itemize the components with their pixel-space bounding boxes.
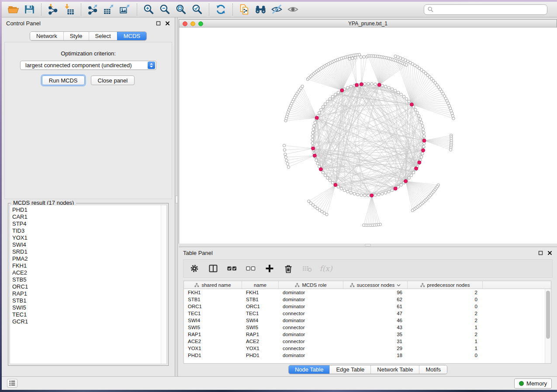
- float-panel-button[interactable]: [156, 21, 161, 26]
- export-image-button[interactable]: [118, 3, 132, 16]
- table-row[interactable]: SWI4SWI4dominator462: [184, 317, 545, 324]
- zoom-fit-button[interactable]: [174, 3, 188, 16]
- refresh-view-button[interactable]: [214, 3, 228, 16]
- table-row[interactable]: FKH1FKH1dominator962: [184, 289, 545, 296]
- mcds-result-item[interactable]: STB5: [12, 276, 160, 283]
- column-header-name[interactable]: name: [242, 281, 279, 289]
- cytoscape-app: Control Panel NetworkStyleSelectMCDS Opt…: [0, 0, 557, 392]
- window-close-button[interactable]: [183, 21, 187, 26]
- selected-option: largest connected component (undirected): [21, 62, 148, 69]
- cell: dominator: [279, 353, 343, 358]
- table-row[interactable]: TEC1TEC1connector472: [184, 310, 545, 317]
- show-all-button[interactable]: [286, 3, 300, 16]
- mcds-result-item[interactable]: ACE2: [12, 269, 160, 276]
- table-row[interactable]: STB1STB1dominator620: [184, 296, 545, 303]
- tab-edge-table[interactable]: Edge Table: [329, 365, 370, 374]
- tab-motifs[interactable]: Motifs: [419, 365, 447, 374]
- mcds-result-item[interactable]: RAP1: [12, 290, 160, 297]
- table-settings-button[interactable]: [189, 263, 200, 274]
- mcds-result-item[interactable]: STB1: [12, 297, 160, 304]
- import-network-button[interactable]: [46, 3, 60, 16]
- mcds-result-item[interactable]: CAR1: [12, 213, 160, 220]
- cell: PHD1: [184, 353, 242, 358]
- zoom-in-button[interactable]: [142, 3, 156, 16]
- memory-status-icon: [519, 381, 524, 386]
- mcds-result-item[interactable]: SWI4: [12, 241, 160, 248]
- close-table-panel-button[interactable]: [547, 250, 553, 256]
- cell: ORC1: [184, 304, 242, 309]
- zoom-out-button[interactable]: [158, 3, 172, 16]
- control-panel-tabs: NetworkStyleSelectMCDS: [2, 31, 175, 41]
- mcds-result-item[interactable]: ORC1: [12, 283, 160, 290]
- horizontal-splitter-handle[interactable]: [365, 244, 371, 246]
- table-row[interactable]: SWI5SWI5connector431: [184, 324, 545, 331]
- panel-list-button[interactable]: [7, 379, 17, 388]
- import-table-button[interactable]: [62, 3, 76, 16]
- mcds-result-item[interactable]: STP4: [12, 220, 160, 227]
- close-panel-button[interactable]: [165, 21, 170, 26]
- tab-style[interactable]: Style: [63, 32, 89, 40]
- cell: FKH1: [184, 290, 242, 295]
- save-session-icon: [24, 3, 35, 15]
- table-row[interactable]: RAP1RAP1dominator352: [184, 331, 545, 338]
- save-session-button[interactable]: [23, 3, 36, 16]
- add-column-button[interactable]: [264, 263, 275, 274]
- close-panel-button-2[interactable]: Close panel: [91, 76, 135, 85]
- optimization-criterion-select[interactable]: largest connected component (undirected): [20, 61, 156, 70]
- column-header-mcds-role[interactable]: MCDS role: [279, 281, 343, 289]
- export-table-button[interactable]: [102, 3, 116, 16]
- zoom-selected-button[interactable]: [190, 3, 204, 16]
- mcds-list-scrollbar[interactable]: [161, 205, 166, 364]
- open-session-button[interactable]: [7, 3, 20, 16]
- deselect-all-rows-button[interactable]: [245, 263, 256, 274]
- tab-network[interactable]: Network: [30, 32, 63, 40]
- select-all-rows-button[interactable]: [226, 263, 238, 274]
- toggle-columns-icon: [208, 264, 218, 273]
- window-minimize-button[interactable]: [190, 21, 195, 26]
- list-icon: [8, 380, 16, 387]
- window-maximize-button[interactable]: [198, 21, 203, 26]
- mcds-result-item[interactable]: SWI5: [12, 304, 160, 311]
- network-window-titlebar[interactable]: YPA_prune.txt_1: [179, 20, 557, 28]
- column-header-shared-name[interactable]: shared name: [184, 281, 242, 289]
- hide-selected-button[interactable]: [270, 3, 284, 16]
- search-input[interactable]: [436, 6, 543, 13]
- table-scrollbar-thumb[interactable]: [546, 291, 550, 339]
- table-row[interactable]: PHD1PHD1dominator180: [184, 352, 545, 359]
- search-box[interactable]: [424, 4, 547, 15]
- tab-network-table[interactable]: Network Table: [370, 365, 419, 374]
- mcds-result-item[interactable]: PMA2: [12, 255, 160, 262]
- run-mcds-button[interactable]: Run MCDS: [42, 76, 85, 85]
- table-scrollbar[interactable]: [545, 289, 551, 363]
- memory-button[interactable]: Memory: [514, 378, 552, 389]
- tab-select[interactable]: Select: [89, 32, 117, 40]
- mcds-result-item[interactable]: YOX1: [12, 234, 160, 241]
- export-image-icon: [119, 3, 131, 15]
- network-canvas[interactable]: [179, 28, 557, 244]
- table-row[interactable]: YOX1YOX1connector291: [184, 345, 545, 352]
- float-table-panel-button[interactable]: [538, 250, 543, 256]
- tab-node-table[interactable]: Node Table: [289, 365, 330, 374]
- mcds-result-item[interactable]: TEC1: [12, 311, 160, 318]
- mcds-result-item[interactable]: FKH1: [12, 262, 160, 269]
- table-row[interactable]: ACE2ACE2connector311: [184, 338, 545, 345]
- cell: STB1: [184, 297, 242, 302]
- export-network-button[interactable]: [86, 3, 100, 16]
- mcds-result-item[interactable]: GCR1: [12, 318, 160, 325]
- duplicate-network-button[interactable]: [238, 3, 251, 16]
- cell: FKH1: [242, 290, 279, 295]
- mcds-result-item[interactable]: PHD1: [12, 206, 160, 213]
- column-header-predecessor-nodes[interactable]: predecessor nodes: [408, 281, 483, 289]
- toggle-columns-button[interactable]: [208, 263, 219, 274]
- column-header-successor-nodes[interactable]: successor nodes: [343, 281, 408, 289]
- table-row[interactable]: ORC1ORC1dominator610: [184, 303, 545, 310]
- attribute-type-icon: [295, 283, 300, 287]
- delete-column-button[interactable]: [283, 263, 294, 274]
- mcds-result-item[interactable]: TID3: [12, 227, 160, 234]
- close-icon: [547, 251, 552, 255]
- mcds-result-item[interactable]: SRD1: [12, 248, 160, 255]
- tab-mcds[interactable]: MCDS: [117, 32, 146, 40]
- attribute-type-icon: [420, 283, 425, 287]
- first-neighbors-button[interactable]: [254, 3, 267, 16]
- zoom-in-icon: [143, 3, 155, 15]
